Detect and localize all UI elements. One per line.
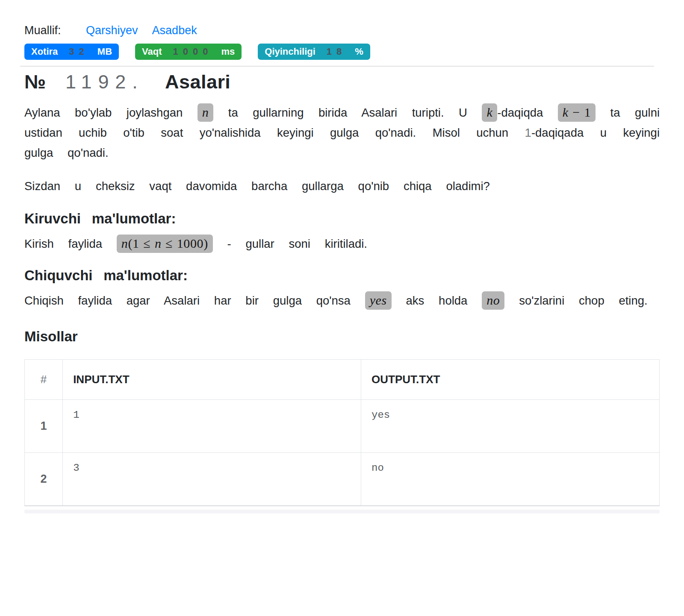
memory-badge: Xotira 32 MB: [24, 44, 119, 60]
column-header-input: INPUT.TXT: [63, 360, 361, 400]
page-title: № 1192. Asalari: [24, 71, 660, 93]
statement-paragraph: Aylana bo'ylab joylashgan n ta gullarnin…: [24, 103, 660, 163]
question-paragraph: Sizdan u cheksiz vaqt davomida barcha gu…: [24, 176, 660, 196]
divider: [20, 66, 654, 67]
math-n-chip: n: [198, 103, 214, 122]
time-badge-unit: ms: [221, 45, 235, 58]
memory-badge-value: 32: [69, 45, 88, 58]
examples-heading: Misollar: [24, 329, 660, 345]
difficulty-badge-value: 18: [327, 45, 346, 58]
header-row: # INPUT.TXT OUTPUT.TXT: [25, 360, 660, 400]
table-row: 1 1 yes: [25, 400, 660, 453]
output-text: so'zlarini chop eting.: [519, 294, 648, 307]
input-text: - gullar soni kiritiladi.: [227, 237, 368, 250]
input-value: 3: [63, 453, 361, 506]
problem-number: 1192.: [65, 71, 144, 93]
difficulty-badge: Qiyinchiligi 18 %: [258, 44, 370, 60]
examples-table: # INPUT.TXT OUTPUT.TXT 1 1 yes 2 3 no: [24, 359, 660, 506]
horizontal-scrollbar[interactable]: [24, 510, 660, 513]
memory-badge-label: Xotira: [31, 45, 58, 58]
output-text: Chiqish faylida agar Asalari har bir gul…: [24, 294, 351, 307]
math-yes-chip: yes: [365, 291, 392, 310]
input-heading: Kiruvchi ma'lumotlar:: [24, 211, 660, 227]
time-badge: Vaqt 1000 ms: [135, 44, 242, 60]
statement-text: ta gullarning birida Asalari turipti. U: [228, 106, 467, 119]
problem-page: Muallif: Qarshiyev Asadbek Xotira 32 MB …: [24, 24, 660, 513]
math-k-minus-1-chip: k − 1: [558, 103, 596, 122]
output-text: aks holda: [406, 294, 468, 307]
memory-badge-unit: MB: [97, 45, 112, 58]
numero-sign: №: [24, 71, 46, 93]
statement-text: Aylana bo'ylab joylashgan: [24, 106, 183, 119]
examples-table-body: 1 1 yes 2 3 no: [25, 400, 660, 506]
math-k-chip: k: [482, 103, 497, 122]
author-link[interactable]: Qarshiyev Asadbek: [86, 24, 197, 37]
math-no-chip: no: [482, 291, 504, 310]
output-value: no: [361, 453, 660, 506]
difficulty-badge-unit: %: [355, 45, 363, 58]
input-text: Kirish faylida: [24, 237, 102, 250]
table-row: 2 3 no: [25, 453, 660, 506]
output-value: yes: [361, 400, 660, 453]
author-row: Muallif: Qarshiyev Asadbek: [24, 24, 660, 37]
row-number: 2: [25, 453, 63, 506]
examples-table-head: # INPUT.TXT OUTPUT.TXT: [25, 360, 660, 400]
time-badge-label: Vaqt: [142, 45, 162, 58]
inline-number: 1: [525, 126, 531, 139]
row-number: 1: [25, 400, 63, 453]
time-badge-value: 1000: [173, 45, 213, 58]
problem-name: Asalari: [165, 71, 230, 93]
input-paragraph: Kirish faylida n(1 ≤ n ≤ 1000) - gullar …: [24, 234, 660, 254]
output-heading: Chiquvchi ma'lumotlar:: [24, 267, 660, 284]
math-constraint-chip: n(1 ≤ n ≤ 1000): [117, 235, 213, 253]
column-header-number: #: [25, 360, 63, 400]
statement-text: -daqiqda: [497, 106, 543, 119]
author-label: Muallif:: [24, 24, 61, 37]
input-value: 1: [63, 400, 361, 453]
badges-row: Xotira 32 MB Vaqt 1000 ms Qiyinchiligi 1…: [24, 44, 660, 60]
output-paragraph: Chiqish faylida agar Asalari har bir gul…: [24, 290, 660, 311]
difficulty-badge-label: Qiyinchiligi: [265, 45, 315, 58]
column-header-output: OUTPUT.TXT: [361, 360, 660, 400]
